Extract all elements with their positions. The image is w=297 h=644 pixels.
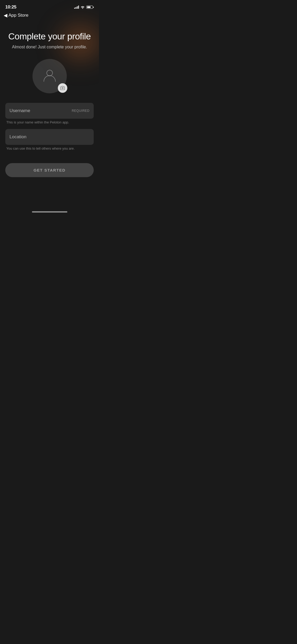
back-navigation[interactable]: ◀ App Store [0, 12, 99, 21]
status-time: 10:25 [5, 4, 16, 10]
back-label: App Store [8, 13, 29, 18]
avatar-container [32, 59, 67, 93]
svg-point-1 [62, 87, 63, 89]
signal-icon [74, 6, 79, 9]
location-hint: You can use this to tell others where yo… [5, 145, 94, 153]
username-input-row: REQUIRED [10, 108, 89, 113]
signal-bar-2 [76, 7, 76, 9]
status-bar: 10:25 [0, 0, 99, 12]
svg-point-0 [47, 70, 53, 76]
battery-icon [86, 6, 94, 9]
username-field-box: REQUIRED [5, 103, 94, 119]
location-field-wrapper: You can use this to tell others where yo… [5, 129, 94, 153]
get-started-button[interactable]: GET STARTED [5, 163, 94, 177]
camera-icon [60, 86, 65, 90]
location-input[interactable] [10, 134, 89, 140]
form-container: REQUIRED This is your name within the Pe… [5, 103, 94, 177]
location-field-box [5, 129, 94, 145]
wifi-icon [81, 6, 85, 9]
home-indicator [32, 211, 67, 213]
username-field-wrapper: REQUIRED This is your name within the Pe… [5, 103, 94, 127]
username-input[interactable] [10, 108, 70, 113]
camera-button[interactable] [58, 83, 67, 93]
back-chevron-icon: ◀ [4, 13, 7, 18]
required-label: REQUIRED [72, 109, 89, 113]
signal-bar-4 [78, 6, 79, 9]
page-subtitle: Almost done! Just complete your profile. [12, 45, 87, 49]
main-content: Complete your profile Almost done! Just … [0, 21, 99, 177]
status-icons [74, 6, 94, 9]
username-hint: This is your name within the Peloton app… [5, 119, 94, 127]
signal-bar-3 [77, 6, 78, 9]
page-title: Complete your profile [8, 31, 91, 42]
signal-bar-1 [74, 8, 75, 9]
person-icon [42, 68, 58, 85]
